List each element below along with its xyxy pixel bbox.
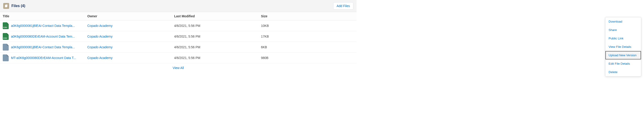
column-header-last-modified[interactable]: Last Modified <box>172 12 258 20</box>
files-icon <box>3 3 9 9</box>
file-size: 980B <box>258 53 356 63</box>
column-header-title[interactable]: Title <box>0 12 84 20</box>
table-row: MT-a0K6g0000080DErEAM-Account Data T... … <box>0 53 356 63</box>
file-title-link[interactable]: MT-a0K6g0000080DErEAM-Account Data T... <box>11 56 76 60</box>
file-title-link[interactable]: a0K6g0000081jBlEAI-Contact Data Templa..… <box>11 45 75 49</box>
files-table: Title Owner Last Modified Size CSV a0K6g… <box>0 12 356 72</box>
file-size: 17KB <box>258 31 356 42</box>
file-size: 10KB <box>258 20 356 31</box>
file-owner-link[interactable]: Copado Academy <box>87 24 113 28</box>
file-owner-link[interactable]: Copado Academy <box>87 56 113 60</box>
file-title-link[interactable]: a0K6g0000081jBlEAI-Contact Data Templa..… <box>11 24 75 28</box>
svg-rect-1 <box>6 4 8 7</box>
file-modified: 4/6/2021, 5:56 PM <box>172 53 258 63</box>
csv-file-icon: CSV <box>3 33 9 40</box>
file-modified: 4/6/2021, 5:56 PM <box>172 31 258 42</box>
file-title-link[interactable]: a0K6g0000080DErEAM-Account Data Tem... <box>11 35 75 38</box>
file-modified: 4/6/2021, 5:56 PM <box>172 20 258 31</box>
generic-file-icon <box>3 54 9 61</box>
view-all-link[interactable]: View All <box>173 66 184 70</box>
column-header-size[interactable]: Size <box>258 12 356 20</box>
file-modified: 4/6/2021, 5:56 PM <box>172 42 258 53</box>
table-row: a0K6g0000081jBlEAI-Contact Data Templa..… <box>0 42 356 53</box>
file-size: 6KB <box>258 42 356 53</box>
view-all-row[interactable]: View All <box>0 63 356 73</box>
file-owner-link[interactable]: Copado Academy <box>87 35 113 38</box>
files-card-header: Files (4) Add Files <box>0 0 356 12</box>
add-files-button[interactable]: Add Files <box>333 2 353 9</box>
csv-file-icon: CSV <box>3 22 9 29</box>
table-row: CSV a0K6g0000080DErEAM-Account Data Tem.… <box>0 31 356 42</box>
file-owner-link[interactable]: Copado Academy <box>87 45 113 49</box>
files-header-title: Files (4) <box>12 4 25 8</box>
column-header-owner[interactable]: Owner <box>84 12 172 20</box>
generic-file-icon <box>3 44 9 51</box>
table-row: CSV a0K6g0000081jBlEAI-Contact Data Temp… <box>0 20 356 31</box>
